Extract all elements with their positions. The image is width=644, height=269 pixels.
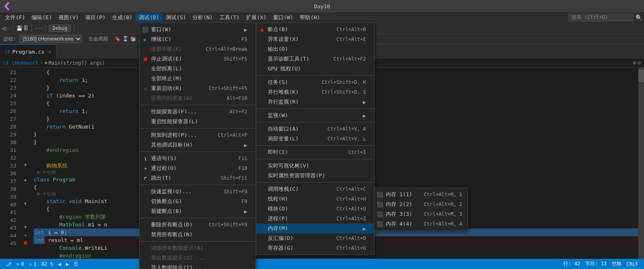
lifecycle-label: 生命周期 — [88, 36, 108, 43]
debug-restart-item[interactable]: ↺ 重新启动(R) Ctrl+Shift+F5 — [140, 84, 255, 93]
stack-icon: 📚 — [130, 36, 136, 42]
tab-close-icon[interactable]: ✕ — [48, 49, 51, 54]
window-processes-item[interactable]: 进程(P) Ctrl+Alt+Z — [256, 214, 374, 224]
error-count[interactable]: ✕ 0 — [14, 261, 26, 267]
window-modules-item[interactable]: 模块(O) Ctrl+Alt+U — [256, 204, 374, 214]
window-parallelstacks-item[interactable]: 并行堆栈(K) Ctrl+Shift+D, S — [256, 87, 374, 97]
menu-analyze[interactable]: 分析(N) — [189, 13, 216, 22]
menu-test[interactable]: 测试(S) — [163, 13, 189, 22]
menu-build[interactable]: 生成(B) — [109, 13, 136, 22]
debug-perfprofiler-item[interactable]: 性能探查器(F)... Alt+F2 — [140, 107, 255, 117]
window-locals-item[interactable]: 局部变量(L) Ctrl+Alt+V, L — [256, 134, 374, 144]
breadcrumb-item-1[interactable]: C# cHomework — [3, 60, 38, 66]
memory4-icon: ⬛ — [377, 221, 383, 227]
menu-project[interactable]: 项目(P) — [82, 13, 108, 22]
menu-tools[interactable]: 工具(T) — [216, 13, 243, 22]
debug-disableallbp-item[interactable]: 禁用所有断点(N) — [140, 230, 255, 240]
menu-debug[interactable]: 调试(D) — [136, 13, 162, 22]
debug-importtooltips-item[interactable]: 导入数据提示(I)... — [140, 263, 255, 269]
window-callstack-item[interactable]: 调用堆栈(C) Ctrl+Alt+C — [256, 184, 374, 194]
memory-3-item[interactable]: ⬛ 内存 3(3) Ctrl+Alt+M, 3 — [374, 209, 468, 219]
breadcrumb-actions: ⊞ ⊟ — [633, 60, 641, 66]
window-immediate-item[interactable]: 即时(I) Ctrl+I — [256, 147, 374, 157]
space-info[interactable]: 空格 — [609, 260, 624, 267]
toolbar-save-icon[interactable]: 💾 — [16, 25, 23, 31]
debug-stepout-item[interactable]: ↱ 跳出(T) Shift+F11 — [140, 173, 255, 183]
collapse-41-icon[interactable]: ▼ — [24, 223, 27, 231]
git-icon[interactable]: ⎇ — [3, 261, 14, 267]
window-liveprops-item[interactable]: 实时属性资源管理器(P) — [256, 171, 374, 181]
breakpoint-43-icon: ● — [24, 239, 27, 246]
toolbar-back-icon[interactable]: ◁ — [2, 25, 5, 32]
menu-help[interactable]: 帮助(H) — [296, 13, 323, 22]
collapse-38-icon[interactable]: ▼ — [24, 200, 27, 208]
debug-restartprofiler-item[interactable]: 重启性能探查器(L) — [140, 117, 255, 127]
tab-label: Program.cs — [12, 49, 44, 55]
nav-next-icon[interactable]: ▶ — [63, 261, 71, 267]
window-parallelwatch-item[interactable]: 并行监视(R) ▶ — [256, 97, 374, 107]
window-gpu-item[interactable]: GPU 线程(U) — [256, 64, 374, 74]
char-info[interactable]: 字符: 13 — [583, 260, 609, 267]
window-memory-item[interactable]: 内存(M) ▶ — [256, 224, 374, 233]
debug-window-item[interactable]: ⬛ 窗口(W) ▶ — [140, 25, 255, 34]
menu-extensions[interactable]: 扩展(X) — [243, 13, 269, 22]
debug-togglebp-item[interactable]: 切换断点(G) F9 — [140, 197, 255, 206]
window-watch-item[interactable]: 监视(W) ▶ — [256, 111, 374, 120]
scrollbar[interactable] — [638, 68, 644, 269]
menu-file[interactable]: 文件(F) — [2, 13, 28, 22]
collapse-36-icon[interactable]: ▼ — [24, 176, 27, 184]
window-tasks-item[interactable]: 任务(S) Ctrl+Shift+D, K — [256, 77, 374, 87]
debug-dropdown: ⬛ 窗口(W) ▶ ▶ 继续(C) F5 全部中断(K) Ctrl+Alt+Br… — [139, 23, 256, 269]
debug-stepover-item[interactable]: ↷ 逐过程(O) F10 — [140, 163, 255, 173]
debug-terminateall-item[interactable]: 全部终止(M) — [140, 74, 255, 84]
collapse-33-icon[interactable]: ▼ — [24, 161, 27, 169]
debug-stepin-item[interactable]: ↴ 逐语句(S) F11 — [140, 154, 255, 163]
debug-newbp-item[interactable]: 新建断点(B) ▶ — [140, 206, 255, 216]
breadcrumb-item-2[interactable]: ⊕ Main(string[] args) — [45, 60, 105, 66]
debug-deleteallbp-item[interactable]: 删除所有断点(D) Ctrl+Shift+F9 — [140, 220, 255, 230]
line-info[interactable]: 行: 42 — [561, 260, 583, 267]
memory-4-item[interactable]: ⬛ 内存 4(4) Ctrl+Alt+M, 4 — [374, 219, 468, 229]
collapse-all-icon[interactable]: ⊟ — [638, 60, 641, 66]
memory1-icon: ⬛ — [377, 192, 383, 198]
warning-icon: ⚠ — [29, 261, 32, 267]
toolbar-save-all-icon[interactable]: 🗄 — [23, 25, 28, 31]
search-box[interactable]: 搜索 (Ctrl+Q) — [568, 14, 634, 22]
memory-2-item[interactable]: ⬛ 内存 2(2) Ctrl+Alt+M, 2 — [374, 199, 468, 209]
window-output-item[interactable]: 输出(O) — [256, 44, 374, 54]
nav-menu-icon[interactable]: ☰ — [71, 261, 81, 267]
debug-detachall-item[interactable]: 全部拆离(L) — [140, 64, 255, 74]
warning-count[interactable]: ⚠ 1 — [26, 261, 38, 267]
window-exceptions-item[interactable]: 异常设置(X) Ctrl+Alt+E — [256, 34, 374, 44]
encoding-info[interactable]: CRLF — [624, 261, 641, 267]
debug-stop-item[interactable]: ⏹ 停止调试(E) Shift+F5 — [140, 54, 255, 64]
window-threads-item[interactable]: 线程(H) Ctrl+Alt+H — [256, 194, 374, 204]
toolbar-forward-icon[interactable]: ▷ — [6, 25, 9, 32]
scroll-thumb[interactable] — [638, 70, 644, 82]
process-select[interactable]: [5160] cHomework.exe — [19, 35, 82, 43]
menu-view[interactable]: 视图(V) — [55, 13, 82, 22]
status-bar: ⎇ ✕ 0 ⚠ 1 82 % ◀ ▶ ☰ 行: 42 字符: 13 空格 CRL… — [0, 259, 644, 269]
debug-continue-item[interactable]: ▶ 继续(C) F5 — [140, 34, 255, 44]
title-text: Day10 — [314, 3, 330, 9]
window-breakpoints-item[interactable]: ● 断点(B) Ctrl+Alt+B — [256, 25, 374, 34]
memory-1-item[interactable]: ⬛ 内存 1(1) Ctrl+Alt+M, 1 — [374, 190, 468, 199]
debug-attachprocess-item[interactable]: 附加到进程(P)... Ctrl+Alt+P — [140, 130, 255, 140]
toolbar-redo-icon[interactable]: ↪ — [39, 25, 42, 31]
debug-config[interactable]: Debug — [49, 25, 71, 32]
debug-othertargets-item[interactable]: 其他调试目标(H) ▶ — [140, 140, 255, 150]
toolbar-undo-icon[interactable]: ↩ — [35, 25, 38, 31]
expand-all-icon[interactable]: ⊞ — [633, 60, 636, 66]
window-registers-item[interactable]: 寄存器(G) Ctrl+Alt+G — [256, 243, 374, 253]
window-disasm-item[interactable]: 反汇编(D) Ctrl+Alt+D — [256, 233, 374, 243]
window-diagtools-item[interactable]: 显示诊断工具(T) Ctrl+Alt+F2 — [256, 54, 374, 64]
tab-program-cs[interactable]: C# Program.cs ✕ — [0, 44, 56, 59]
zoom-level[interactable]: 82 % — [39, 261, 56, 267]
menu-window[interactable]: 窗口(W) — [270, 13, 296, 22]
window-autos-item[interactable]: 自动窗口(A) Ctrl+Alt+V, A — [256, 124, 374, 134]
debug-quickwatch-item[interactable]: 快速监视(Q)... Shift+F9 — [140, 187, 255, 197]
menu-edit[interactable]: 编辑(E) — [28, 13, 55, 22]
search-icon[interactable]: 🔍 — [635, 14, 642, 21]
nav-prev-icon[interactable]: ◀ — [56, 261, 63, 267]
window-livevisual-item[interactable]: 实时可视化树(V) — [256, 161, 374, 171]
